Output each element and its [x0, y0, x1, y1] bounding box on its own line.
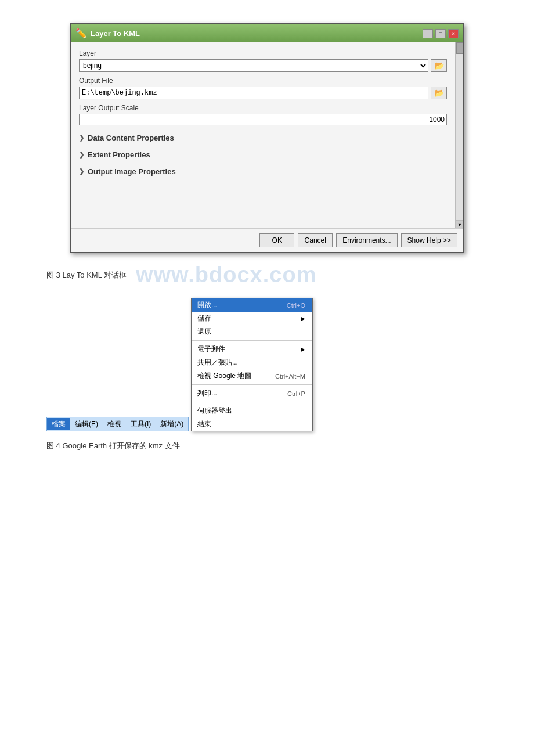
scale-label: Layer Output Scale: [79, 104, 447, 112]
caption-2-text: 图 4 Google Earth 打开保存的 kmz 文件: [46, 441, 180, 450]
dialog-title-group: ✏️ Layer To KML: [75, 28, 140, 39]
layer-to-kml-dialog: ✏️ Layer To KML — □ ✕ Layer bejing 📂: [70, 23, 464, 253]
ctx-restore-label: 還原: [197, 327, 211, 337]
dialog-titlebar: ✏️ Layer To KML — □ ✕: [71, 24, 463, 42]
ctx-separator-1: [192, 340, 312, 341]
menu-bar: 檔案 編輯(E) 檢視 工具(I) 新增(A): [46, 417, 189, 431]
ctx-open-shortcut: Ctrl+O: [287, 302, 305, 309]
ctx-item-print[interactable]: 列印... Ctrl+P: [192, 387, 312, 400]
ctx-item-google-map[interactable]: 檢視 Google 地圖 Ctrl+Alt+M: [192, 369, 312, 383]
output-browse-button[interactable]: 📂: [431, 87, 447, 99]
ctx-google-map-label: 檢視 Google 地圖: [197, 371, 251, 381]
ctx-item-save[interactable]: 儲存 ▶: [192, 312, 312, 325]
ctx-item-email[interactable]: 電子郵件 ▶: [192, 343, 312, 356]
menu-bar-item-view[interactable]: 檢視: [103, 418, 126, 430]
scale-row: 1000: [79, 114, 447, 125]
section2-label: Extent Properties: [88, 150, 150, 159]
output-file-input-row: 📂: [79, 87, 447, 99]
ctx-separator-3: [192, 402, 312, 402]
section2-arrow-icon: ❯: [79, 151, 84, 159]
section-output-image[interactable]: ❯ Output Image Properties: [79, 167, 447, 176]
menu-bar-item-file[interactable]: 檔案: [47, 418, 70, 430]
ctx-email-label: 電子郵件: [197, 344, 225, 354]
ctx-item-logout[interactable]: 伺服器登出: [192, 404, 312, 417]
ctx-save-arrow-icon: ▶: [301, 315, 305, 322]
watermark-text: www.bdocx.com: [136, 262, 316, 287]
layer-label: Layer: [79, 49, 447, 57]
context-menu: 開啟... Ctrl+O 儲存 ▶ 還原 電子郵件 ▶ 共用／張貼... 檢視 …: [191, 298, 313, 431]
section3-arrow-icon: ❯: [79, 168, 84, 175]
minimize-button[interactable]: —: [423, 29, 433, 38]
scale-bar: [79, 114, 447, 125]
caption-1-text: 图 3 Lay To KML 对话框: [46, 270, 127, 280]
ctx-open-label: 開啟...: [197, 300, 217, 310]
scrollbar-thumb[interactable]: [456, 42, 463, 54]
ctx-email-arrow-icon: ▶: [301, 346, 305, 352]
ctx-share-label: 共用／張貼...: [197, 358, 238, 368]
ok-button[interactable]: OK: [259, 233, 294, 247]
ctx-exit-label: 結束: [197, 419, 211, 429]
ctx-item-share[interactable]: 共用／張貼...: [192, 356, 312, 369]
vertical-scrollbar[interactable]: ▼: [455, 42, 463, 228]
scale-value: 1000: [429, 116, 445, 124]
layer-select[interactable]: bejing: [79, 59, 428, 72]
ctx-item-exit[interactable]: 結束: [192, 417, 312, 431]
menu-bar-item-tools[interactable]: 工具(I): [126, 418, 156, 430]
cancel-button[interactable]: Cancel: [298, 233, 333, 247]
section3-label: Output Image Properties: [88, 167, 176, 176]
maximize-button[interactable]: □: [435, 29, 446, 38]
layer-browse-button[interactable]: 📂: [431, 59, 447, 72]
ctx-item-open[interactable]: 開啟... Ctrl+O: [192, 298, 312, 312]
ctx-separator-2: [192, 384, 312, 385]
ctx-save-label: 儲存: [197, 314, 211, 323]
dialog-spacer: [79, 176, 447, 222]
ctx-item-restore[interactable]: 還原: [192, 325, 312, 339]
output-file-input[interactable]: [79, 87, 428, 99]
close-button[interactable]: ✕: [448, 29, 459, 38]
dialog-container: ✏️ Layer To KML — □ ✕ Layer bejing 📂: [46, 23, 488, 253]
layer-input-row: bejing 📂: [79, 59, 447, 72]
environments-button[interactable]: Environments...: [336, 233, 397, 247]
ctx-print-shortcut: Ctrl+P: [287, 390, 305, 397]
scrollbar-down-arrow[interactable]: ▼: [456, 220, 463, 228]
section1-label: Data Content Properties: [88, 134, 174, 142]
ctx-logout-label: 伺服器登出: [197, 406, 232, 416]
menu-bar-item-add[interactable]: 新增(A): [156, 418, 188, 430]
ctx-google-map-shortcut: Ctrl+Alt+M: [275, 373, 305, 380]
window-controls: — □ ✕: [423, 29, 459, 38]
menu-wrapper: 檔案 編輯(E) 檢視 工具(I) 新增(A) 開啟... Ctrl+O 儲存 …: [46, 298, 488, 431]
ctx-print-label: 列印...: [197, 388, 217, 398]
dialog-title-icon: ✏️: [75, 28, 87, 39]
caption-2: 图 4 Google Earth 打开保存的 kmz 文件: [46, 441, 488, 451]
section-extent[interactable]: ❯ Extent Properties: [79, 150, 447, 159]
output-file-label: Output File: [79, 77, 447, 85]
show-help-button[interactable]: Show Help >>: [401, 233, 457, 247]
dialog-body: Layer bejing 📂 Output File 📂 Layer Outpu…: [71, 42, 455, 228]
caption-1: 图 3 Lay To KML 对话框 www.bdocx.com: [46, 262, 488, 287]
section1-arrow-icon: ❯: [79, 134, 84, 142]
dialog-title-text: Layer To KML: [91, 29, 140, 38]
dialog-footer: OK Cancel Environments... Show Help >>: [71, 228, 463, 252]
menu-bar-item-edit[interactable]: 編輯(E): [70, 418, 103, 430]
section-data-content[interactable]: ❯ Data Content Properties: [79, 134, 447, 142]
